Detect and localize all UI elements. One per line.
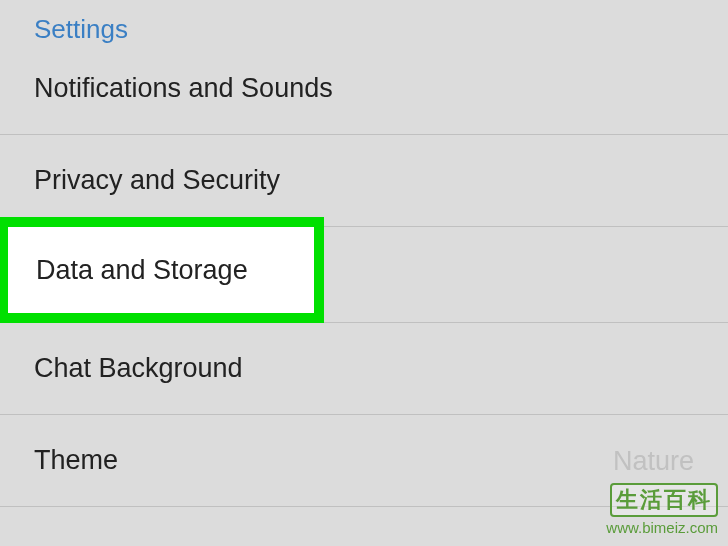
highlight-indicator: Data and Storage [0, 217, 324, 323]
settings-item-label: Theme [34, 445, 118, 475]
settings-item-data-storage[interactable]: Data and Storage [0, 227, 728, 323]
settings-item-label: Chat Background [34, 353, 243, 383]
settings-item-privacy[interactable]: Privacy and Security [0, 135, 728, 227]
settings-item-label: Privacy and Security [34, 165, 280, 195]
settings-section-header: Settings [0, 0, 728, 65]
settings-item-label: Notifications and Sounds [34, 73, 333, 103]
settings-item-label: Data and Storage [36, 255, 248, 286]
watermark: 生活百科 www.bimeiz.com [606, 483, 718, 536]
settings-item-chat-background[interactable]: Chat Background [0, 323, 728, 415]
watermark-text-cn: 生活百科 [610, 483, 718, 517]
settings-item-notifications[interactable]: Notifications and Sounds [0, 65, 728, 135]
settings-list: Notifications and Sounds Privacy and Sec… [0, 65, 728, 507]
settings-item-value: Nature [613, 445, 694, 476]
watermark-url: www.bimeiz.com [606, 519, 718, 536]
